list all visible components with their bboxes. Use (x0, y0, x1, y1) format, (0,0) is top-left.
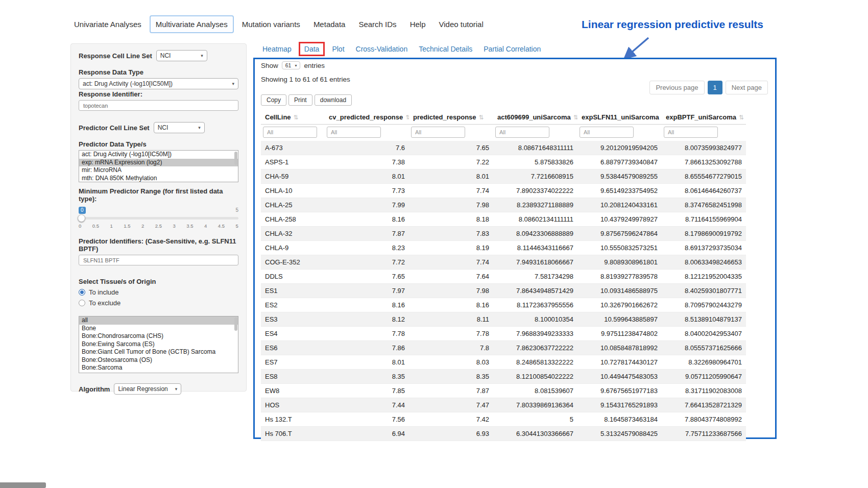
predictor-type-option-exp-mrna-expression-log2[interactable]: exp: mRNA Expression (log2) (79, 159, 238, 167)
predictor-data-types-list[interactable]: act: Drug Activity (-log10[IC50M])exp: m… (79, 150, 238, 182)
tissue-option-bone-osteosarcoma-os[interactable]: Bone:Osteosarcoma (OS) (79, 356, 238, 364)
table-row[interactable]: ES88.358.358.1210085402222210.4494475483… (261, 370, 746, 384)
sort-icon[interactable]: ⇅ (573, 114, 577, 121)
scrollbar-thumb[interactable] (234, 318, 237, 331)
tab-data[interactable]: Data (299, 42, 325, 56)
table-row[interactable]: ES78.018.038.2486581332222210.7278174430… (261, 355, 746, 370)
value-cell: 8.16 (325, 212, 409, 227)
table-row[interactable]: ES28.168.168.1172363795555610.3267901662… (261, 298, 746, 312)
value-cell: 7.6 (325, 141, 409, 155)
slider-handle[interactable] (78, 214, 85, 222)
table-row[interactable]: ES38.128.118.10001035410.5996438858978.5… (261, 312, 746, 327)
tab-cross-validation[interactable]: Cross-Validation (350, 42, 414, 56)
value-cell: 7.87 (409, 384, 493, 398)
filter-input-cv-predicted-response[interactable] (327, 127, 381, 138)
table-row[interactable]: ES67.867.87.8623063772222210.08584878189… (261, 341, 746, 355)
table-row[interactable]: CHLA-257.997.988.2389327118888910.208124… (261, 198, 746, 212)
table-row[interactable]: EW87.857.878.0815396079.676756519771838.… (261, 384, 746, 398)
tissue-option-peripheral-nervous-system[interactable]: Peripheral_Nervous_System (79, 372, 238, 374)
tissue-option-bone-sarcoma[interactable]: Bone:Sarcoma (79, 364, 238, 372)
table-row[interactable]: DDLS7.657.647.5817342988.819392778395788… (261, 270, 746, 284)
response-cell-line-set-select[interactable]: NCI ▾ (156, 50, 207, 61)
print-button[interactable]: Print (288, 94, 312, 106)
value-cell: 7.65 (325, 270, 409, 284)
radio-to-include[interactable]: To include (79, 288, 238, 296)
tissue-option-bone[interactable]: Bone (79, 325, 238, 333)
filter-input-expbptf-unisarcoma[interactable] (664, 127, 718, 138)
copy-button[interactable]: Copy (261, 94, 286, 106)
value-cell: 8.081539607 (493, 384, 577, 398)
predictor-cell-line-set-select[interactable]: NCI ▾ (154, 122, 205, 133)
sort-icon[interactable]: ⇅ (294, 114, 299, 121)
table-row[interactable]: Hs 706.T6.946.936.304413033666675.313245… (261, 427, 746, 441)
next-page-button[interactable]: Next page (726, 81, 768, 94)
response-identifier-input[interactable] (79, 100, 238, 111)
nav-item-video-tutorial[interactable]: Video tutorial (433, 16, 488, 32)
tissue-option-all[interactable]: all (79, 316, 238, 325)
column-header-predicted-response[interactable]: predicted_response⇅ (409, 110, 493, 125)
predictor-identifiers-input[interactable] (79, 255, 238, 265)
scrollbar-thumb[interactable] (234, 152, 237, 165)
bottom-scrollbar-artifact (0, 482, 46, 488)
value-cell: 8.69137293735034 (662, 241, 746, 255)
value-cell: 9.05711205990647 (662, 370, 746, 384)
min-predictor-range-slider[interactable]: 0 5 00.511.522.533.544.55 (79, 207, 238, 230)
column-header-act609699-unisarcoma[interactable]: act609699_uniSarcoma⇅ (493, 110, 577, 125)
download-button[interactable]: download (315, 94, 352, 106)
table-row[interactable]: CHLA-107.737.747.890233740222229.6514923… (261, 184, 746, 198)
filter-input-act609699-unisarcoma[interactable] (495, 127, 549, 138)
sort-icon[interactable]: ⇅ (405, 114, 409, 121)
tissue-option-bone-chondrosarcoma-chs[interactable]: Bone:Chondrosarcoma (CHS) (79, 332, 238, 340)
algorithm-select[interactable]: Linear Regression ▾ (114, 383, 181, 395)
column-header-cv-predicted-response[interactable]: cv_predicted_response⇅ (325, 110, 409, 125)
column-header-expbptf-unisarcoma[interactable]: expBPTF_uniSarcoma⇅ (662, 110, 746, 125)
value-cell: 7.88043774808992 (662, 412, 746, 427)
predictor-type-option-mir-microrna[interactable]: mir: MicroRNA (79, 166, 238, 175)
column-header-cellline[interactable]: CellLine⇅ (261, 110, 325, 125)
sort-icon[interactable]: ⇅ (479, 114, 484, 121)
table-row[interactable]: ES47.787.787.968839492333339.97511238474… (261, 327, 746, 341)
column-header-expslfn11-unisarcoma[interactable]: expSLFN11_uniSarcoma⇅ (577, 110, 662, 125)
predictor-type-option-mth-dna-850k-methylation[interactable]: mth: DNA 850K Methylation (79, 175, 238, 183)
page-1-button[interactable]: 1 (708, 81, 722, 94)
algorithm-label: Algorithm (79, 385, 110, 393)
tissue-option-bone-giant-cell-tumor-of-bone-gctb-sarcoma[interactable]: Bone:Giant Cell Tumor of Bone (GCTB) Sar… (79, 348, 238, 356)
sort-icon[interactable]: ⇅ (739, 114, 744, 121)
tab-heatmap[interactable]: Heatmap (257, 42, 297, 56)
response-data-type-label: Response Data Type (79, 68, 238, 76)
table-row[interactable]: ASPS-17.387.225.8758338266.8879773934084… (261, 155, 746, 169)
nav-item-mutation-variants[interactable]: Mutation variants (237, 16, 305, 32)
table-row[interactable]: HOS7.447.477.803398691363649.15431765291… (261, 398, 746, 412)
nav-item-multivariate-analyses[interactable]: Multivariate Analyses (150, 15, 234, 33)
table-row[interactable]: COG-E-3527.727.747.949316180666679.80893… (261, 255, 746, 270)
tissue-option-bone-ewing-sarcoma-es[interactable]: Bone:Ewing Sarcoma (ES) (79, 340, 238, 349)
nav-item-univariate-analyses[interactable]: Univariate Analyses (69, 16, 147, 32)
table-row[interactable]: Hs 132.T7.567.4258.16458734631847.880437… (261, 412, 746, 427)
tissue-radio-group: To includeTo exclude (79, 288, 238, 307)
table-row[interactable]: CHLA-98.238.198.1144634311666710.5550832… (261, 241, 746, 255)
tab-technical-details[interactable]: Technical Details (413, 42, 478, 56)
previous-page-button[interactable]: Previous page (649, 81, 704, 94)
radio-to-exclude[interactable]: To exclude (79, 299, 238, 307)
table-row[interactable]: CHLA-2588.168.188.0860213411111110.43792… (261, 212, 746, 227)
filter-input-expslfn11-unisarcoma[interactable] (580, 127, 634, 138)
nav-item-help[interactable]: Help (405, 16, 431, 32)
response-data-type-select[interactable]: act: Drug Activity (-log10[IC50M]) ▾ (79, 78, 238, 89)
tissue-list[interactable]: allBoneBone:Chondrosarcoma (CHS)Bone:Ewi… (79, 316, 238, 373)
table-row[interactable]: ES17.977.987.8643494857142910.0931486588… (261, 284, 746, 298)
tab-plot[interactable]: Plot (326, 42, 350, 56)
nav-item-search-ids[interactable]: Search IDs (353, 16, 401, 32)
filter-input-predicted-response[interactable] (411, 127, 465, 138)
table-row[interactable]: CHLA-327.877.838.094233068888899.8756759… (261, 227, 746, 241)
chevron-down-icon: ▾ (201, 53, 203, 58)
table-row[interactable]: A-6737.67.658.086716483111119.2012091959… (261, 141, 746, 155)
table-row[interactable]: CHA-598.018.017.72166089159.538445790892… (261, 169, 746, 184)
nav-item-metadata[interactable]: Metadata (308, 16, 351, 32)
entries-per-page-select[interactable]: 61 ▾ (282, 61, 301, 69)
tab-partial-correlation[interactable]: Partial Correlation (478, 42, 546, 56)
value-cell: 10.0931486588975 (577, 284, 662, 298)
predictor-type-option-act-drug-activity-log10-ic50m[interactable]: act: Drug Activity (-log10[IC50M]) (79, 151, 238, 159)
value-cell: 5.875833826 (493, 155, 577, 169)
slider-track[interactable] (79, 217, 238, 219)
filter-input-cellline[interactable] (263, 127, 317, 138)
